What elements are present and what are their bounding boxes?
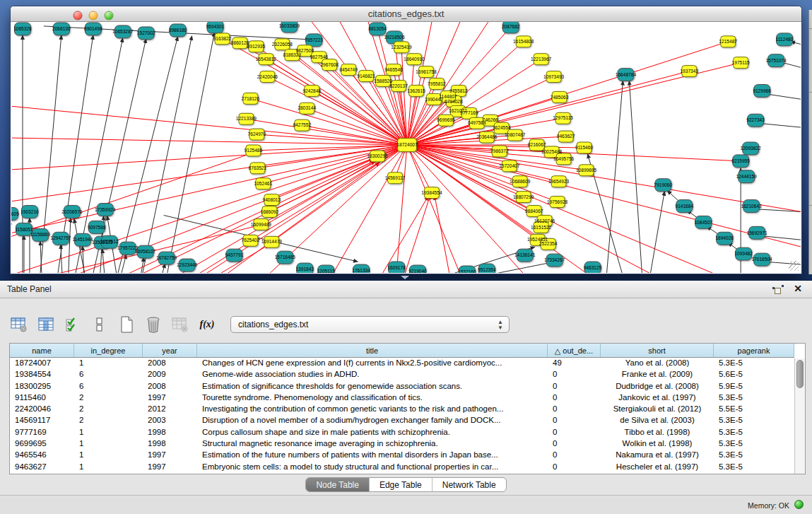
cell-short[interactable]: Franke et al. (2009) — [601, 369, 714, 380]
table-row[interactable]: 946554611997Estimation of the future num… — [10, 450, 794, 461]
column-header-name[interactable]: name — [10, 344, 74, 357]
table-body[interactable]: 1872400712008Changes of HCN gene express… — [10, 358, 794, 473]
cell-pagerank[interactable]: 5.3E-5 — [714, 427, 794, 438]
cell-in_degree[interactable]: 1 — [74, 427, 143, 438]
graph-edge[interactable] — [396, 145, 407, 273]
cell-title[interactable]: Estimation of the future numbers of pati… — [197, 450, 548, 461]
cell-name[interactable]: 18724007 — [10, 358, 74, 369]
function-builder-icon[interactable]: f(x) — [198, 315, 216, 334]
table-panel-titlebar[interactable]: Table Panel ✕ — [0, 281, 812, 298]
cell-year[interactable]: 2008 — [143, 381, 197, 392]
cell-pagerank[interactable]: 5.3E-5 — [714, 392, 794, 404]
graph-edge[interactable] — [307, 108, 407, 145]
tab-network-table[interactable]: Network Table — [433, 478, 506, 491]
graph-edge[interactable] — [83, 246, 84, 273]
cell-out_de[interactable]: 0 — [548, 438, 601, 450]
cell-title[interactable]: Corpus callosum shape and size in male p… — [197, 427, 548, 438]
column-header-short[interactable]: short — [601, 344, 714, 357]
table-tabset[interactable]: Node TableEdge TableNetwork Table — [305, 477, 506, 492]
cell-pagerank[interactable]: 5.3E-5 — [714, 450, 794, 461]
graph-edge[interactable] — [69, 218, 71, 273]
graph-edge[interactable] — [12, 145, 407, 170]
rows-icon[interactable] — [90, 315, 109, 334]
cell-name[interactable]: 14569117 — [10, 415, 74, 426]
cell-in_degree[interactable]: 1 — [74, 358, 143, 369]
cell-in_degree[interactable]: 2 — [74, 404, 143, 415]
graph-edge[interactable] — [12, 145, 407, 201]
cell-title[interactable]: Changes of HCN gene expression and I(f) … — [197, 358, 548, 369]
graph-edge[interactable] — [758, 123, 801, 127]
column-header-in_degree[interactable]: in_degree — [74, 344, 143, 357]
split-pane-collapse-handle[interactable] — [401, 276, 409, 279]
graph-edge[interactable] — [143, 36, 192, 273]
network-graph-svg[interactable]: 1065328206813089014981065328715270028986… — [11, 22, 801, 273]
graph-edge[interactable] — [102, 249, 105, 273]
graph-edge[interactable] — [405, 195, 430, 273]
cell-title[interactable]: Tourette syndrome. Phenomenology and cla… — [197, 392, 548, 404]
table-row[interactable]: 1872400712008Changes of HCN gene express… — [10, 358, 794, 369]
table-source-select[interactable]: citations_edges.txt ▲▼ — [230, 316, 510, 333]
cell-pagerank[interactable]: 5.3E-5 — [714, 358, 794, 369]
network-canvas-area[interactable]: 1065328206813089014981065328715270028986… — [11, 22, 801, 273]
cell-name[interactable]: 19384554 — [10, 369, 74, 380]
cell-pagerank[interactable]: 5.6E-5 — [714, 369, 794, 380]
cell-short[interactable]: Tibbo et al. (1998) — [601, 427, 714, 438]
table-row[interactable]: 969969511998Structural magnetic resonanc… — [10, 438, 794, 450]
cell-year[interactable]: 2003 — [143, 415, 197, 426]
cell-name[interactable]: 9699695 — [10, 438, 74, 450]
cell-in_degree[interactable]: 2 — [74, 415, 143, 426]
cell-in_degree[interactable]: 1 — [74, 450, 143, 461]
cell-out_de[interactable]: 0 — [548, 369, 601, 380]
float-panel-icon[interactable] — [775, 285, 784, 294]
cell-in_degree[interactable]: 2 — [74, 392, 143, 404]
cell-in_degree[interactable]: 6 — [74, 369, 143, 380]
graph-edge[interactable] — [629, 81, 642, 273]
column-header-year[interactable]: year — [143, 344, 197, 357]
close-panel-icon[interactable]: ✕ — [794, 283, 802, 294]
column-header-pagerank[interactable]: pagerank — [714, 344, 794, 357]
cell-pagerank[interactable]: 5.3E-5 — [714, 438, 794, 450]
cell-name[interactable]: 9115460 — [10, 392, 74, 404]
cell-out_de[interactable]: 0 — [548, 462, 601, 473]
cell-name[interactable]: 18300295 — [10, 381, 74, 392]
tab-edge-table[interactable]: Edge Table — [370, 478, 433, 491]
cell-title[interactable]: Investigating the contribution of common… — [197, 404, 548, 415]
table-row[interactable]: 2242004622012Investigating the contribut… — [10, 404, 794, 415]
select-columns-checklist-icon[interactable] — [64, 315, 82, 334]
cell-title[interactable]: Embryonic stem cells: a model to study s… — [197, 462, 548, 473]
cell-title[interactable]: Structural magnetic resonance image aver… — [197, 438, 548, 450]
new-table-icon[interactable] — [117, 315, 136, 334]
cell-in_degree[interactable]: 6 — [74, 381, 143, 392]
table-settings-icon[interactable] — [10, 315, 28, 334]
cell-short[interactable]: Hescheler et al. (1997) — [601, 462, 714, 473]
cell-year[interactable]: 2012 — [143, 404, 197, 415]
cell-in_degree[interactable]: 1 — [74, 462, 143, 473]
cell-out_de[interactable]: 49 — [548, 358, 601, 369]
scrollbar-thumb[interactable] — [796, 360, 804, 388]
table-row[interactable]: 977716911998Corpus callosum shape and si… — [10, 427, 794, 438]
table-row[interactable]: 946362711997Embryonic stem cells: a mode… — [10, 462, 794, 473]
table-row[interactable]: 911546021997Tourette syndrome. Phenomeno… — [10, 392, 794, 404]
table-column-icon[interactable] — [37, 315, 55, 334]
network-window-titlebar[interactable]: citations_edges.txt — [11, 6, 801, 22]
graph-edge[interactable] — [58, 226, 257, 273]
cell-title[interactable]: Genome-wide association studies in ADHD. — [197, 369, 548, 380]
window-resize-grip[interactable] — [789, 261, 799, 271]
cell-short[interactable]: Nakamura et al. (1997) — [601, 450, 714, 461]
cell-short[interactable]: de Silva et al. (2003) — [601, 415, 714, 426]
cell-in_degree[interactable]: 1 — [74, 438, 143, 450]
cell-year[interactable]: 1997 — [143, 392, 197, 404]
cell-pagerank[interactable]: 5.9E-5 — [714, 381, 794, 392]
cell-short[interactable]: Yano et al. (2008) — [601, 358, 714, 369]
graph-edge[interactable] — [382, 197, 428, 273]
cell-year[interactable]: 1998 — [143, 427, 197, 438]
cell-out_de[interactable]: 0 — [548, 381, 601, 392]
graph-edge[interactable] — [12, 145, 407, 233]
cell-out_de[interactable]: 0 — [548, 392, 601, 404]
cell-out_de[interactable]: 0 — [548, 450, 601, 461]
graph-edge[interactable] — [606, 81, 623, 273]
graph-edge[interactable] — [267, 77, 407, 145]
column-header-title[interactable]: title — [197, 344, 548, 357]
cell-out_de[interactable]: 0 — [548, 415, 601, 426]
table-row[interactable]: 1830029562008Estimation of significance … — [10, 381, 794, 392]
